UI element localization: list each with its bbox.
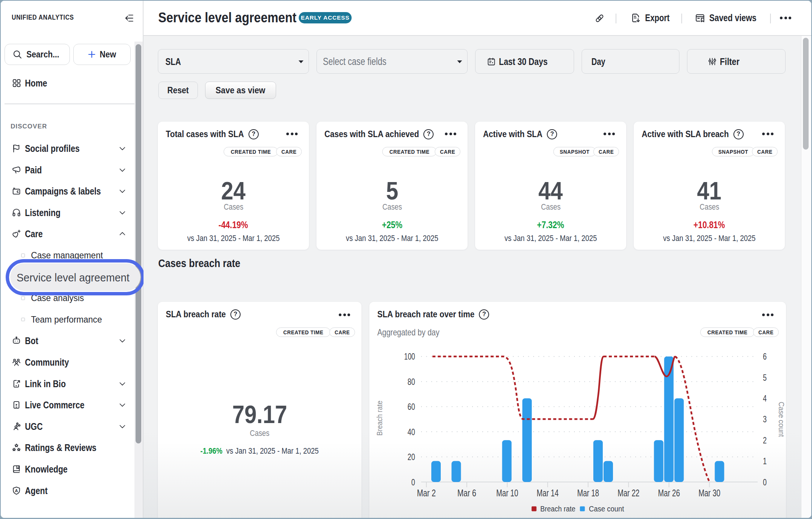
svg-text:60: 60	[408, 402, 415, 412]
svg-text:1: 1	[763, 456, 767, 466]
svg-text:Mar 22: Mar 22	[617, 488, 639, 498]
svg-text:Breach rate: Breach rate	[375, 401, 384, 436]
svg-text:6: 6	[763, 351, 767, 361]
svg-text:4: 4	[763, 393, 767, 403]
svg-text:Mar 18: Mar 18	[577, 488, 599, 498]
svg-text:100: 100	[404, 351, 415, 361]
svg-text:20: 20	[408, 452, 415, 462]
svg-text:0: 0	[763, 477, 767, 487]
svg-text:Breach rate: Breach rate	[540, 504, 576, 513]
svg-text:40: 40	[408, 427, 415, 437]
svg-text:5: 5	[763, 372, 767, 383]
svg-text:3: 3	[763, 414, 767, 424]
svg-text:Mar 26: Mar 26	[658, 488, 680, 498]
svg-text:A: A	[15, 488, 18, 493]
svg-text:80: 80	[408, 377, 415, 387]
svg-text:Mar 14: Mar 14	[537, 488, 559, 498]
svg-text:0: 0	[411, 477, 415, 487]
svg-text:Mar 2: Mar 2	[417, 488, 436, 498]
svg-text:2: 2	[763, 435, 767, 445]
svg-text:Case count: Case count	[777, 402, 786, 437]
svg-text:Case count: Case count	[589, 504, 624, 513]
svg-text:Mar 10: Mar 10	[496, 488, 518, 498]
svg-text:Mar 6: Mar 6	[457, 488, 476, 498]
svg-text:Mar 30: Mar 30	[698, 488, 720, 498]
